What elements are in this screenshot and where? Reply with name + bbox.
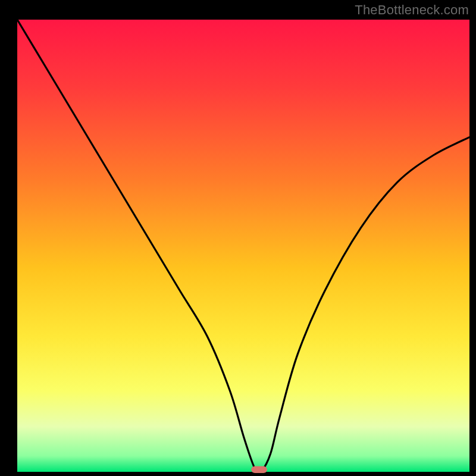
optimal-marker	[251, 466, 267, 473]
plot-background	[17, 20, 469, 472]
chart-svg	[0, 0, 476, 476]
chart-frame: { "watermark": "TheBottleneck.com", "cha…	[0, 0, 476, 476]
watermark-text: TheBottleneck.com	[355, 2, 469, 18]
